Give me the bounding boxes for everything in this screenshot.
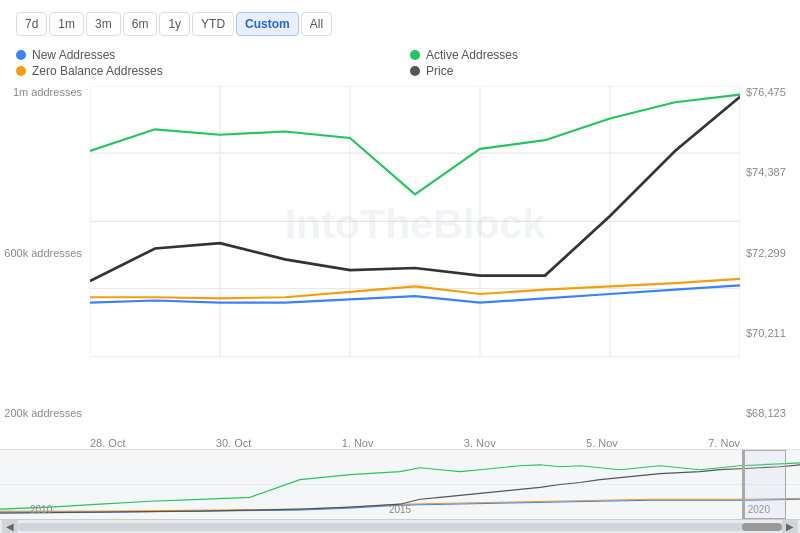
x-label-0: 28. Oct <box>90 437 125 449</box>
x-label-1: 30. Oct <box>216 437 251 449</box>
btn-all[interactable]: All <box>301 12 332 36</box>
time-range-selector: 7d 1m 3m 6m 1y YTD Custom All <box>0 12 800 44</box>
scroll-left-arrow[interactable]: ◀ <box>2 520 18 534</box>
x-label-2: 1. Nov <box>342 437 374 449</box>
btn-ytd[interactable]: YTD <box>192 12 234 36</box>
btn-1m[interactable]: 1m <box>49 12 84 36</box>
chart-legend: New Addresses Active Addresses Zero Bala… <box>0 44 800 86</box>
zero-balance-label: Zero Balance Addresses <box>32 64 163 78</box>
scrollbar[interactable]: ◀ ▶ <box>0 519 800 533</box>
y-right-4: $70,211 <box>746 327 786 339</box>
x-label-5: 7. Nov <box>708 437 740 449</box>
mini-year-labels: 2010 2015 2020 <box>30 504 770 515</box>
y-label-bot: 200k addresses <box>4 407 82 419</box>
mini-year-2020: 2020 <box>748 504 770 515</box>
btn-custom[interactable]: Custom <box>236 12 299 36</box>
btn-7d[interactable]: 7d <box>16 12 47 36</box>
main-container: 7d 1m 3m 6m 1y YTD Custom All New Addres… <box>0 0 800 533</box>
legend-active-addresses: Active Addresses <box>410 48 784 62</box>
x-label-3: 3. Nov <box>464 437 496 449</box>
zero-balance-dot <box>16 66 26 76</box>
mini-year-2010: 2010 <box>30 504 52 515</box>
price-dot <box>410 66 420 76</box>
price-label: Price <box>426 64 453 78</box>
y-right-5: $68,123 <box>746 407 786 419</box>
main-chart-svg: IntoTheBlock <box>90 86 740 357</box>
active-addresses-label: Active Addresses <box>426 48 518 62</box>
y-label-mid: 600k addresses <box>4 247 82 259</box>
y-right-1: $76,475 <box>746 86 786 98</box>
watermark-text: IntoTheBlock <box>285 201 546 247</box>
y-axis-right: $76,475 $74,387 $72,299 $70,211 $68,123 <box>742 86 800 419</box>
y-right-3: $72,299 <box>746 247 786 259</box>
new-addresses-label: New Addresses <box>32 48 115 62</box>
mini-year-2015: 2015 <box>389 504 411 515</box>
btn-6m[interactable]: 6m <box>123 12 158 36</box>
x-axis: 28. Oct 30. Oct 1. Nov 3. Nov 5. Nov 7. … <box>90 421 740 449</box>
btn-3m[interactable]: 3m <box>86 12 121 36</box>
scrollbar-track[interactable] <box>18 523 782 531</box>
scrollbar-thumb[interactable] <box>742 523 782 531</box>
legend-price: Price <box>410 64 784 78</box>
mini-chart-area: 2010 2015 2020 <box>0 449 800 519</box>
active-addresses-dot <box>410 50 420 60</box>
new-addresses-dot <box>16 50 26 60</box>
y-axis-left: 1m addresses 600k addresses 200k address… <box>0 86 88 419</box>
legend-zero-balance: Zero Balance Addresses <box>16 64 390 78</box>
legend-new-addresses: New Addresses <box>16 48 390 62</box>
btn-1y[interactable]: 1y <box>159 12 190 36</box>
scroll-right-arrow[interactable]: ▶ <box>782 520 798 534</box>
y-right-2: $74,387 <box>746 166 786 178</box>
y-label-top: 1m addresses <box>13 86 82 98</box>
main-chart-area: 1m addresses 600k addresses 200k address… <box>0 86 800 449</box>
x-label-4: 5. Nov <box>586 437 618 449</box>
